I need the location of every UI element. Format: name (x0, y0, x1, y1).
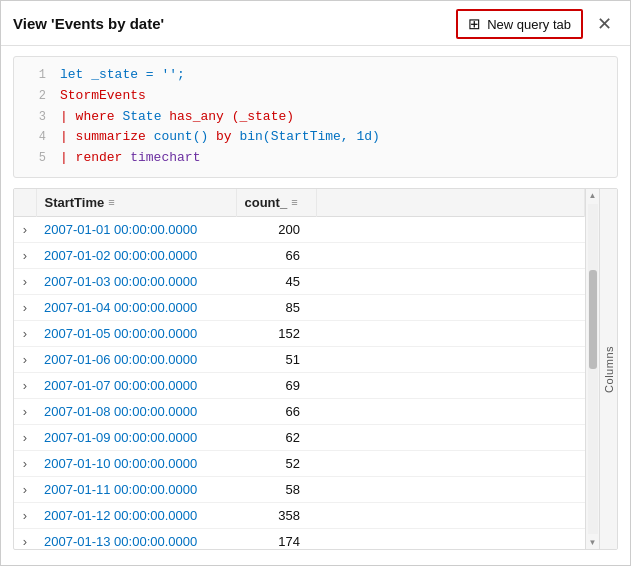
title-quoted: 'Events by date' (51, 15, 164, 32)
col-expand (14, 189, 36, 217)
count-filter-icon[interactable]: ≡ (291, 196, 297, 208)
scroll-track[interactable] (588, 204, 598, 534)
row-empty-cell (316, 476, 585, 502)
table-row: ›2007-01-08 00:00:00.000066 (14, 398, 585, 424)
row-empty-cell (316, 528, 585, 549)
row-count-cell: 58 (236, 476, 316, 502)
view-title: View 'Events by date' (13, 15, 164, 33)
row-expand-cell[interactable]: › (14, 528, 36, 549)
header-actions: ⊞ New query tab ✕ (456, 9, 618, 39)
row-starttime-cell: 2007-01-13 00:00:00.0000 (36, 528, 236, 549)
row-starttime-cell: 2007-01-12 00:00:00.0000 (36, 502, 236, 528)
row-count-cell: 358 (236, 502, 316, 528)
header: View 'Events by date' ⊞ New query tab ✕ (1, 1, 630, 46)
row-expand-cell[interactable]: › (14, 372, 36, 398)
row-expand-cell[interactable]: › (14, 242, 36, 268)
row-expand-cell[interactable]: › (14, 398, 36, 424)
row-empty-cell (316, 268, 585, 294)
row-empty-cell (316, 502, 585, 528)
scroll-thumb[interactable] (589, 270, 597, 369)
row-count-cell: 66 (236, 242, 316, 268)
data-table-container: StartTime ≡ count_ ≡ ›2007-01-01 00:00:0… (13, 188, 618, 550)
row-count-cell: 45 (236, 268, 316, 294)
row-starttime-cell: 2007-01-04 00:00:00.0000 (36, 294, 236, 320)
columns-sidebar[interactable]: Columns (599, 189, 617, 549)
table-row: ›2007-01-13 00:00:00.0000174 (14, 528, 585, 549)
table-row: ›2007-01-12 00:00:00.0000358 (14, 502, 585, 528)
results-table: StartTime ≡ count_ ≡ ›2007-01-01 00:00:0… (14, 189, 585, 549)
table-row: ›2007-01-03 00:00:00.000045 (14, 268, 585, 294)
row-count-cell: 85 (236, 294, 316, 320)
scroll-down-arrow[interactable]: ▼ (587, 536, 599, 549)
starttime-filter-icon[interactable]: ≡ (108, 196, 114, 208)
close-button[interactable]: ✕ (591, 11, 618, 37)
vertical-scrollbar[interactable]: ▲ ▼ (585, 189, 599, 549)
table-scroll-area[interactable]: StartTime ≡ count_ ≡ ›2007-01-01 00:00:0… (14, 189, 585, 549)
row-expand-cell[interactable]: › (14, 320, 36, 346)
row-count-cell: 174 (236, 528, 316, 549)
row-empty-cell (316, 372, 585, 398)
row-count-cell: 66 (236, 398, 316, 424)
row-count-cell: 200 (236, 216, 316, 242)
row-expand-cell[interactable]: › (14, 294, 36, 320)
table-row: ›2007-01-04 00:00:00.000085 (14, 294, 585, 320)
scroll-up-arrow[interactable]: ▲ (587, 189, 599, 202)
table-row: ›2007-01-11 00:00:00.000058 (14, 476, 585, 502)
close-icon: ✕ (597, 14, 612, 34)
row-expand-cell[interactable]: › (14, 424, 36, 450)
row-empty-cell (316, 346, 585, 372)
title-prefix: View (13, 15, 51, 32)
row-empty-cell (316, 242, 585, 268)
code-line-4: 4 | summarize count() by bin(StartTime, … (14, 127, 617, 148)
col-starttime[interactable]: StartTime ≡ (36, 189, 236, 217)
table-row: ›2007-01-05 00:00:00.0000152 (14, 320, 585, 346)
row-expand-cell[interactable]: › (14, 268, 36, 294)
code-line-5: 5 | render timechart (14, 148, 617, 169)
table-row: ›2007-01-09 00:00:00.000062 (14, 424, 585, 450)
row-empty-cell (316, 294, 585, 320)
row-expand-cell[interactable]: › (14, 450, 36, 476)
row-starttime-cell: 2007-01-05 00:00:00.0000 (36, 320, 236, 346)
code-line-3: 3 | where State has_any (_state) (14, 107, 617, 128)
table-row: ›2007-01-10 00:00:00.000052 (14, 450, 585, 476)
table-row: ›2007-01-07 00:00:00.000069 (14, 372, 585, 398)
col-empty (316, 189, 585, 217)
row-empty-cell (316, 320, 585, 346)
code-line-1: 1 let _state = ''; (14, 65, 617, 86)
row-count-cell: 152 (236, 320, 316, 346)
row-starttime-cell: 2007-01-01 00:00:00.0000 (36, 216, 236, 242)
new-tab-icon: ⊞ (468, 15, 481, 33)
row-count-cell: 69 (236, 372, 316, 398)
row-empty-cell (316, 424, 585, 450)
row-starttime-cell: 2007-01-08 00:00:00.0000 (36, 398, 236, 424)
columns-sidebar-label: Columns (603, 346, 615, 393)
code-block: 1 let _state = ''; 2 StormEvents 3 | whe… (13, 56, 618, 178)
col-count[interactable]: count_ ≡ (236, 189, 316, 217)
new-query-tab-button[interactable]: ⊞ New query tab (456, 9, 583, 39)
row-starttime-cell: 2007-01-06 00:00:00.0000 (36, 346, 236, 372)
row-empty-cell (316, 398, 585, 424)
row-count-cell: 62 (236, 424, 316, 450)
row-empty-cell (316, 450, 585, 476)
row-count-cell: 51 (236, 346, 316, 372)
row-empty-cell (316, 216, 585, 242)
row-expand-cell[interactable]: › (14, 476, 36, 502)
table-row: ›2007-01-06 00:00:00.000051 (14, 346, 585, 372)
table-header-row: StartTime ≡ count_ ≡ (14, 189, 585, 217)
table-row: ›2007-01-01 00:00:00.0000200 (14, 216, 585, 242)
row-starttime-cell: 2007-01-11 00:00:00.0000 (36, 476, 236, 502)
table-body: ›2007-01-01 00:00:00.0000200›2007-01-02 … (14, 216, 585, 549)
row-starttime-cell: 2007-01-07 00:00:00.0000 (36, 372, 236, 398)
row-starttime-cell: 2007-01-10 00:00:00.0000 (36, 450, 236, 476)
code-line-2: 2 StormEvents (14, 86, 617, 107)
table-row: ›2007-01-02 00:00:00.000066 (14, 242, 585, 268)
row-expand-cell[interactable]: › (14, 216, 36, 242)
row-expand-cell[interactable]: › (14, 346, 36, 372)
row-starttime-cell: 2007-01-03 00:00:00.0000 (36, 268, 236, 294)
row-expand-cell[interactable]: › (14, 502, 36, 528)
new-query-tab-label: New query tab (487, 17, 571, 32)
row-starttime-cell: 2007-01-09 00:00:00.0000 (36, 424, 236, 450)
row-count-cell: 52 (236, 450, 316, 476)
row-starttime-cell: 2007-01-02 00:00:00.0000 (36, 242, 236, 268)
